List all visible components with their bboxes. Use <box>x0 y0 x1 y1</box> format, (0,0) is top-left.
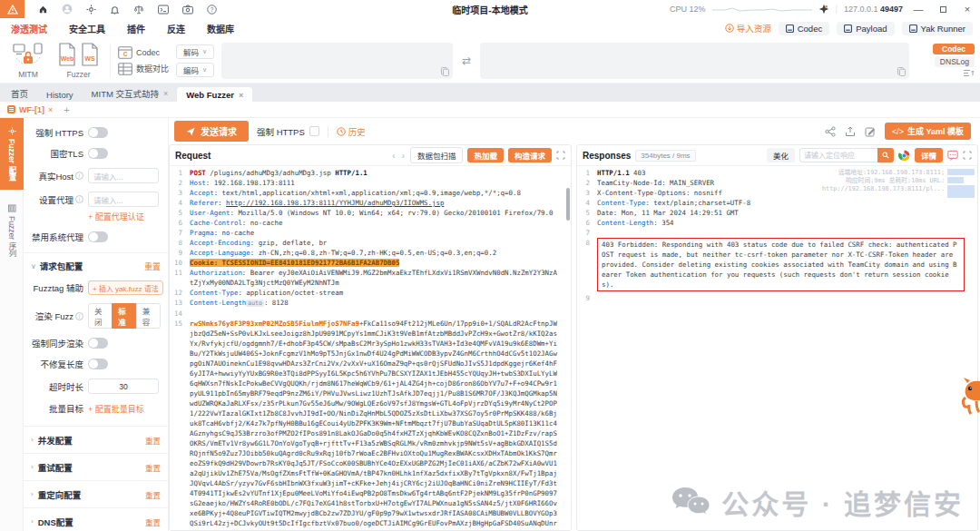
add-fuzzer-tab-button[interactable]: + <box>64 104 69 115</box>
fullscreen-icon[interactable] <box>963 151 972 160</box>
no-fix-length-toggle[interactable] <box>88 359 108 369</box>
screenshot-camera-icon[interactable] <box>182 5 193 15</box>
codec-output-area[interactable] <box>480 43 909 79</box>
mitm-tool[interactable]: MITM <box>9 42 47 80</box>
sidebar-section-重试配置[interactable]: ›重试配置重置 <box>24 453 168 480</box>
send-request-button[interactable]: 发送请求 <box>174 121 249 142</box>
force-sync-render-toggle[interactable] <box>88 338 108 349</box>
codec-tool[interactable]: C Codec <box>118 46 169 59</box>
tab-web-fuzzer[interactable]: Web Fuzzer× <box>177 87 252 102</box>
edit-icon[interactable] <box>865 126 876 137</box>
construct-request-button[interactable]: 构造请求 <box>508 148 552 162</box>
detail-button[interactable]: 详情 <box>915 148 943 162</box>
reset-link[interactable]: 重置 <box>144 261 161 272</box>
fuzzer-tool[interactable]: Web WS Fuzzer <box>54 42 103 80</box>
force-https-checkbox[interactable] <box>309 126 319 136</box>
section-action-link[interactable]: 重置 <box>145 516 161 527</box>
codec-input-area[interactable] <box>221 43 453 79</box>
menu-item-插件[interactable]: 插件 <box>116 22 156 35</box>
chrome-browser-icon[interactable] <box>898 150 910 162</box>
tab-mitm-交互式劫持[interactable]: MITM 交互式劫持× <box>83 84 178 102</box>
header-name: Accept-Encoding <box>190 239 250 247</box>
header-name: Accept <box>190 189 214 197</box>
engine-address: 127.0.0.1 49497 <box>844 5 903 14</box>
codec-run-button[interactable]: Codec <box>933 44 975 54</box>
data-compare-tool[interactable]: 数据对比 <box>118 63 169 75</box>
proxy-auth-link[interactable]: + 配置代理认证 <box>88 211 144 222</box>
quick-button-payload[interactable]: Payload <box>837 22 894 35</box>
section-action-link[interactable]: 重置 <box>145 489 161 500</box>
real-host-input[interactable]: 请输入... <box>88 168 159 183</box>
terminal-icon[interactable] <box>158 5 169 15</box>
response-editor[interactable]: 远端地址:192.168.198.173:8111; 响应时间:9ms 总耗时:… <box>577 166 977 530</box>
notification-bell-icon[interactable] <box>110 5 120 15</box>
request-config-section-header[interactable]: ∨ 请求包配置 重置 <box>24 253 168 272</box>
search-icon[interactable] <box>877 148 894 162</box>
home-icon[interactable] <box>38 5 48 15</box>
sidebar-section-重定向配置[interactable]: ›重定向配置重置 <box>24 480 168 507</box>
generate-yaml-button[interactable]: </> 生成 Yaml 模板 <box>885 123 971 140</box>
force-https-toggle[interactable] <box>88 127 108 138</box>
close-button[interactable]: × <box>958 2 976 16</box>
menu-item-反连[interactable]: 反连 <box>156 22 196 35</box>
export-icon[interactable] <box>845 126 856 137</box>
beautify-button[interactable]: 美化 <box>767 148 795 162</box>
import-resources-button[interactable]: 导入资源 <box>725 22 771 34</box>
quick-button-yak-runner[interactable]: Yak Runner <box>902 22 973 35</box>
quick-button-codec[interactable]: Codec <box>779 22 829 35</box>
sidebar-section-DNS配置[interactable]: ›DNS配置重置 <box>24 507 168 531</box>
insert-fuzztag-button[interactable]: + 插入 yak.fuzz 语法 <box>88 280 163 295</box>
menu-item-数据库[interactable]: 数据库 <box>196 22 245 35</box>
next-request-button[interactable]: › <box>401 151 406 161</box>
encode-dropdown[interactable]: 编码∨ <box>176 63 214 77</box>
subtab-wf-1[interactable]: WF-[1] × <box>7 105 53 114</box>
tab-首页[interactable]: 首页 <box>2 84 37 102</box>
menu-item-安全工具[interactable]: 安全工具 <box>58 22 116 35</box>
user-avatar-icon[interactable] <box>62 4 73 15</box>
sort-lines-icon[interactable] <box>964 69 975 77</box>
section-action-link[interactable]: 重置 <box>145 435 161 446</box>
sidebar-section-并发配置[interactable]: ›并发配置重置 <box>24 426 168 453</box>
response-search-input[interactable] <box>799 148 877 162</box>
section-action-link[interactable]: 重置 <box>145 462 161 473</box>
maximize-button[interactable] <box>934 2 952 16</box>
proxy-input[interactable]: 请输入... <box>88 192 159 207</box>
request-scrollbar[interactable] <box>566 188 570 221</box>
settings-gear-icon[interactable] <box>86 5 96 15</box>
line-number: 12 <box>170 288 190 298</box>
close-icon[interactable]: × <box>163 89 168 98</box>
close-icon[interactable]: × <box>48 105 53 114</box>
hot-reload-button[interactable]: 热加载 <box>467 148 504 162</box>
menu-item-渗透测试[interactable]: 渗透测试 <box>0 22 58 35</box>
request-editor[interactable]: 1POST /plugins/adhuMDg3/adhuMDg3.jsp HTT… <box>170 166 571 530</box>
engine-status-icon[interactable] <box>818 4 829 15</box>
history-link[interactable]: 历史 <box>337 125 366 138</box>
swap-icon[interactable]: ⇄ <box>460 54 473 67</box>
tab-fuzzer-sequence[interactable]: Fuzzer 序列 <box>0 195 24 266</box>
comment-icon[interactable] <box>947 150 958 161</box>
dnslog-button[interactable]: DNSLog <box>935 56 975 67</box>
disable-system-proxy-toggle[interactable] <box>88 231 108 242</box>
force-https-checkbox-row[interactable]: 强制 HTTPS <box>257 125 319 138</box>
share-icon[interactable] <box>825 126 836 137</box>
yak-mascot <box>956 374 980 419</box>
render-fuzz-option-兼容[interactable]: 兼容 <box>136 303 161 329</box>
legal-scale-icon[interactable] <box>133 5 144 15</box>
fullscreen-icon[interactable] <box>556 151 565 160</box>
temp-project-warning-icon[interactable] <box>0 0 24 18</box>
timeout-input[interactable]: 30 <box>88 379 159 394</box>
prev-request-button[interactable]: ‹ <box>391 151 396 161</box>
render-fuzz-option-标准[interactable]: 标准 <box>112 303 136 329</box>
header-name: User-Agent <box>190 209 230 217</box>
decode-dropdown[interactable]: 解码∨ <box>176 44 214 59</box>
batch-target-link[interactable]: + 配置批量目标 <box>88 403 144 415</box>
tab-fuzzer-config[interactable]: Fuzzer 配置 <box>0 118 24 190</box>
close-icon[interactable]: × <box>239 91 243 100</box>
gm-tls-toggle[interactable] <box>88 148 108 159</box>
section-label: 并发配置 <box>38 434 73 447</box>
render-fuzz-option-关闭[interactable]: 关闭 <box>88 303 113 329</box>
packet-scan-button[interactable]: 数据包扫描 <box>410 147 464 163</box>
help-icon[interactable]: ? <box>207 5 217 15</box>
minimize-button[interactable]: — <box>909 2 927 16</box>
tab-history[interactable]: History <box>37 87 83 102</box>
